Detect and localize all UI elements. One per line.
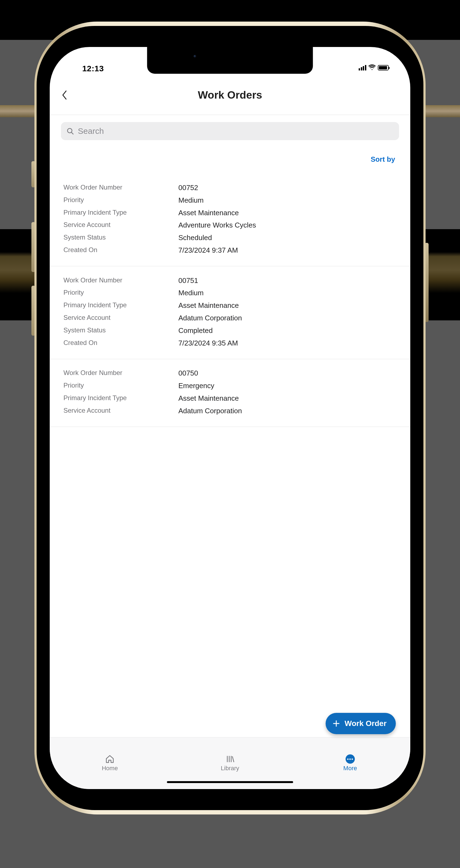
field-label: Primary Incident Type	[63, 208, 178, 217]
work-order-card[interactable]: Work Order Number00750PriorityEmergencyP…	[50, 359, 410, 427]
field-row-number: Work Order Number00752	[63, 181, 396, 194]
field-value: Asset Maintenance	[178, 394, 397, 403]
field-row-created: Created On7/23/2024 9:37 AM	[63, 244, 396, 257]
phone-frame: 12:13	[34, 22, 425, 814]
svg-line-7	[232, 756, 234, 762]
page-title: Work Orders	[198, 89, 262, 101]
field-label: System Status	[63, 326, 178, 334]
field-value: 7/23/2024 9:35 AM	[178, 339, 397, 348]
field-value: 7/23/2024 9:37 AM	[178, 246, 397, 255]
field-label: Work Order Number	[63, 369, 178, 377]
field-label: Work Order Number	[63, 183, 178, 191]
field-value: Scheduled	[178, 233, 397, 242]
field-row-incident: Primary Incident TypeAsset Maintenance	[63, 392, 396, 404]
home-indicator	[167, 781, 293, 783]
field-label: Service Account	[63, 406, 178, 414]
fab-label: Work Order	[345, 719, 387, 728]
tab-home[interactable]: Home	[50, 738, 170, 789]
search-container	[50, 115, 410, 140]
work-order-card[interactable]: Work Order Number00751PriorityMediumPrim…	[50, 266, 410, 359]
field-value: 00750	[178, 369, 397, 378]
chevron-left-icon	[62, 90, 68, 100]
field-row-account: Service AccountAdatum Corporation	[63, 312, 396, 324]
field-row-number: Work Order Number00751	[63, 274, 396, 287]
search-field[interactable]	[61, 122, 399, 140]
field-label: Priority	[63, 288, 178, 297]
records-list[interactable]: Work Order Number00752PriorityMediumPrim…	[50, 174, 410, 737]
status-time: 12:13	[82, 64, 104, 73]
field-value: Completed	[178, 326, 397, 335]
phone-notch	[147, 47, 313, 74]
field-row-priority: PriorityEmergency	[63, 380, 396, 392]
field-value: Medium	[178, 288, 397, 298]
field-value: 00752	[178, 183, 397, 192]
field-row-incident: Primary Incident TypeAsset Maintenance	[63, 299, 396, 312]
wifi-icon	[368, 64, 376, 71]
field-row-status: System StatusCompleted	[63, 324, 396, 337]
search-input[interactable]	[78, 126, 394, 136]
field-value: Emergency	[178, 381, 397, 390]
field-label: Service Account	[63, 314, 178, 322]
field-value: Medium	[178, 196, 397, 205]
field-label: Service Account	[63, 221, 178, 229]
back-button[interactable]	[61, 91, 69, 99]
home-icon	[105, 754, 115, 764]
svg-point-0	[67, 128, 72, 133]
field-label: Primary Incident Type	[63, 394, 178, 402]
nav-header: Work Orders	[50, 76, 410, 115]
tab-library-label: Library	[221, 765, 239, 772]
sort-by-button[interactable]: Sort by	[371, 155, 395, 164]
field-label: Primary Incident Type	[63, 301, 178, 309]
field-row-created: Created On7/23/2024 9:35 AM	[63, 337, 396, 349]
field-row-priority: PriorityMedium	[63, 194, 396, 207]
field-row-account: Service AccountAdventure Works Cycles	[63, 219, 396, 231]
field-row-incident: Primary Incident TypeAsset Maintenance	[63, 207, 396, 219]
field-value: Adventure Works Cycles	[178, 221, 397, 230]
field-label: Priority	[63, 381, 178, 390]
field-row-priority: PriorityMedium	[63, 287, 396, 299]
field-label: Priority	[63, 196, 178, 204]
plus-icon	[332, 719, 340, 727]
library-icon	[225, 754, 235, 764]
field-value: Adatum Corporation	[178, 314, 397, 322]
field-value: 00751	[178, 276, 397, 285]
work-order-card[interactable]: Work Order Number00752PriorityMediumPrim…	[50, 174, 410, 266]
svg-line-1	[71, 132, 73, 134]
field-label: Work Order Number	[63, 276, 178, 284]
field-label: Created On	[63, 339, 178, 347]
new-work-order-button[interactable]: Work Order	[326, 713, 396, 734]
sort-row: Sort by	[50, 140, 410, 164]
field-label: System Status	[63, 233, 178, 242]
tab-home-label: Home	[102, 765, 118, 772]
field-value: Asset Maintenance	[178, 301, 397, 310]
field-row-account: Service AccountAdatum Corporation	[63, 404, 396, 417]
tab-more-label: More	[343, 765, 357, 772]
tab-more[interactable]: More	[290, 738, 410, 789]
search-icon	[66, 127, 74, 135]
more-icon	[345, 754, 355, 764]
front-camera-icon	[193, 55, 196, 58]
field-label: Created On	[63, 246, 178, 254]
cellular-signal-icon	[359, 65, 366, 70]
field-value: Adatum Corporation	[178, 406, 397, 415]
field-row-number: Work Order Number00750	[63, 367, 396, 380]
battery-level	[379, 66, 387, 69]
phone-screen: 12:13	[50, 47, 410, 789]
status-icons	[359, 63, 389, 70]
battery-icon	[378, 65, 389, 70]
field-row-status: System StatusScheduled	[63, 231, 396, 244]
field-value: Asset Maintenance	[178, 208, 397, 217]
